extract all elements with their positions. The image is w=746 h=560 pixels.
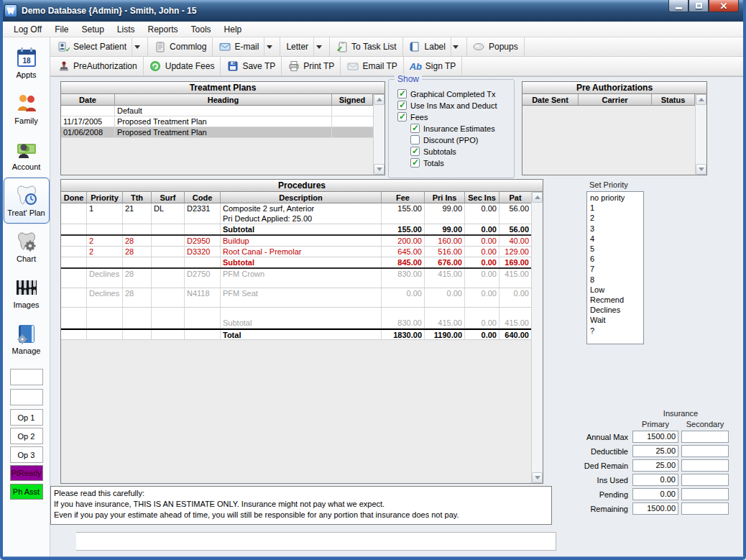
chevron-down-icon[interactable] bbox=[451, 37, 461, 56]
insurance-primary-field[interactable]: 1500.00 bbox=[632, 502, 678, 515]
show-option[interactable]: Discount (PPO) bbox=[410, 135, 514, 144]
chevron-down-icon[interactable] bbox=[264, 37, 274, 56]
chevron-down-icon[interactable] bbox=[132, 37, 142, 56]
procedure-row[interactable] bbox=[61, 308, 531, 318]
checkbox[interactable] bbox=[410, 124, 420, 133]
label-button[interactable]: Label bbox=[403, 37, 467, 56]
preauthorization-button[interactable]: PreAuthorization bbox=[52, 57, 144, 75]
scroll-up-icon[interactable] bbox=[696, 94, 706, 105]
procedure-row[interactable]: 2 28 D3320 Root Canal - Premolar 645.00 … bbox=[61, 247, 531, 257]
menu-item[interactable]: File bbox=[48, 23, 75, 36]
show-option[interactable]: Insurance Estimates bbox=[410, 124, 514, 133]
priority-option[interactable]: no priority bbox=[587, 193, 643, 203]
checkbox[interactable] bbox=[410, 147, 420, 156]
priority-option[interactable]: 7 bbox=[587, 264, 643, 274]
title-bar[interactable]: Demo Database {Admin} - Smith, John - 15… bbox=[0, 0, 746, 22]
email-button[interactable]: E-mail bbox=[213, 37, 280, 56]
sidebar-item-manage[interactable]: Manage bbox=[4, 316, 50, 362]
priority-option[interactable]: 3 bbox=[587, 224, 643, 234]
treatment-plans-scrollbar[interactable] bbox=[373, 94, 384, 175]
treatment-plan-row[interactable]: 01/06/2008 Proposed Treatment Plan bbox=[61, 127, 373, 138]
show-option[interactable]: Use Ins Max and Deduct bbox=[397, 101, 514, 110]
insurance-secondary-field[interactable] bbox=[681, 474, 729, 486]
priority-option[interactable]: Low bbox=[587, 285, 643, 295]
close-button[interactable]: ✕ bbox=[709, 0, 739, 12]
operatory-box[interactable]: Op 1 bbox=[10, 409, 43, 426]
priority-option[interactable]: 8 bbox=[587, 275, 643, 285]
procedure-row[interactable]: Subtotal 155.00 99.00 0.00 56.00 bbox=[61, 224, 531, 236]
letter-button[interactable]: Letter bbox=[280, 37, 330, 56]
insurance-primary-field[interactable]: 1500.00 bbox=[632, 431, 678, 443]
insurance-primary-field[interactable]: 25.00 bbox=[632, 445, 678, 457]
priority-option[interactable]: 5 bbox=[587, 244, 643, 254]
scroll-up-icon[interactable] bbox=[374, 94, 384, 105]
save-tp-button[interactable]: Save TP bbox=[221, 57, 282, 75]
procedure-row[interactable]: 2 28 D2950 Buildup 200.00 160.00 0.00 4 bbox=[61, 236, 531, 247]
menu-item[interactable]: Reports bbox=[142, 23, 185, 36]
commlog-button[interactable]: Commlog bbox=[148, 37, 213, 56]
procedure-row[interactable]: Subtotal 830.00 415.00 0.00 415.00 bbox=[61, 318, 531, 329]
sidebar-item-account[interactable]: Account bbox=[4, 132, 50, 178]
scroll-up-icon[interactable] bbox=[532, 192, 543, 203]
insurance-secondary-field[interactable] bbox=[681, 459, 729, 472]
priority-option[interactable]: Wait bbox=[587, 315, 643, 325]
scroll-down-icon[interactable] bbox=[532, 472, 543, 483]
scroll-down-icon[interactable] bbox=[696, 164, 706, 175]
chevron-down-icon[interactable] bbox=[313, 37, 323, 56]
procedure-row[interactable]: Subtotal 845.00 676.00 0.00 169.00 bbox=[61, 257, 531, 269]
procedure-row[interactable]: Declines 28 N4118 PFM Seat 0.00 0.00 0.0… bbox=[61, 288, 531, 308]
status-box[interactable]: PtReady bbox=[10, 465, 43, 481]
priority-option[interactable]: Recmend bbox=[587, 295, 643, 305]
insurance-primary-field[interactable]: 0.00 bbox=[632, 474, 678, 486]
priority-option[interactable]: 2 bbox=[587, 213, 643, 223]
print-tp-button[interactable]: Print TP bbox=[282, 57, 341, 75]
priority-option[interactable]: ? bbox=[587, 326, 643, 336]
priority-option[interactable]: 6 bbox=[587, 254, 643, 264]
procedure-row[interactable]: Declines 28 D2750 PFM Crown 830.00 415.0… bbox=[61, 269, 531, 288]
sidebar-item-treat-plan[interactable]: Treat' Plan bbox=[4, 178, 50, 224]
insurance-primary-field[interactable]: 25.00 bbox=[632, 459, 678, 472]
procedures-scrollbar[interactable] bbox=[531, 192, 543, 483]
sidebar-item-chart[interactable]: Chart bbox=[4, 224, 50, 270]
insurance-secondary-field[interactable] bbox=[681, 502, 729, 515]
status-box[interactable]: Ph Asst bbox=[10, 484, 43, 500]
minimize-button[interactable] bbox=[668, 0, 689, 12]
show-option[interactable]: Totals bbox=[410, 158, 514, 167]
insurance-secondary-field[interactable] bbox=[681, 431, 729, 443]
sidebar-item-family[interactable]: Family bbox=[4, 86, 50, 132]
menu-item[interactable]: Tools bbox=[185, 23, 218, 36]
treatment-plan-row[interactable]: Default bbox=[61, 106, 373, 116]
maximize-button[interactable] bbox=[689, 0, 709, 12]
update-fees-button[interactable]: Update Fees bbox=[144, 57, 221, 75]
show-option[interactable]: Graphical Completed Tx bbox=[397, 89, 514, 98]
scroll-down-icon[interactable] bbox=[374, 164, 384, 175]
sidebar-item-images[interactable]: Images bbox=[4, 270, 50, 316]
menu-item[interactable]: Lists bbox=[111, 23, 142, 36]
priority-option[interactable]: Declines bbox=[587, 305, 643, 315]
checkbox[interactable] bbox=[410, 158, 420, 167]
checkbox[interactable] bbox=[397, 101, 407, 110]
checkbox[interactable] bbox=[397, 112, 407, 121]
operatory-box[interactable]: Op 2 bbox=[10, 428, 43, 444]
popups-button[interactable]: Popups bbox=[467, 37, 525, 56]
checkbox[interactable] bbox=[410, 135, 420, 144]
menu-item[interactable]: Setup bbox=[75, 23, 110, 36]
menu-item[interactable]: Help bbox=[218, 23, 249, 36]
select-patient-button[interactable]: ✓ Select Patient bbox=[52, 37, 148, 56]
operatory-box[interactable]: Op 3 bbox=[10, 446, 43, 463]
sidebar-item-appts[interactable]: 18 Appts bbox=[4, 40, 50, 86]
treatment-plan-row[interactable]: 11/17/2005 Proposed Treatment Plan bbox=[61, 116, 373, 127]
procedure-row[interactable]: Total 1830.00 1190.00 0.00 640.00 bbox=[61, 329, 531, 340]
pre-authorizations-scrollbar[interactable] bbox=[695, 94, 706, 175]
sign-tp-button[interactable]: Ab Sign TP bbox=[404, 57, 462, 75]
insurance-primary-field[interactable]: 0.00 bbox=[632, 488, 678, 500]
checkbox[interactable] bbox=[397, 89, 407, 98]
to-task-list-button[interactable]: ✓ To Task List bbox=[330, 37, 402, 56]
menu-item[interactable]: Log Off bbox=[7, 23, 48, 36]
priority-option[interactable]: 4 bbox=[587, 234, 643, 244]
email-tp-button[interactable]: Email TP bbox=[341, 57, 403, 75]
show-option[interactable]: Subtotals bbox=[410, 147, 514, 156]
procedure-row[interactable]: 1 21 DL D2331 Composite 2 surf, Anterior… bbox=[61, 203, 531, 224]
show-option[interactable]: Fees bbox=[397, 112, 514, 121]
priority-option[interactable]: 1 bbox=[587, 203, 643, 213]
